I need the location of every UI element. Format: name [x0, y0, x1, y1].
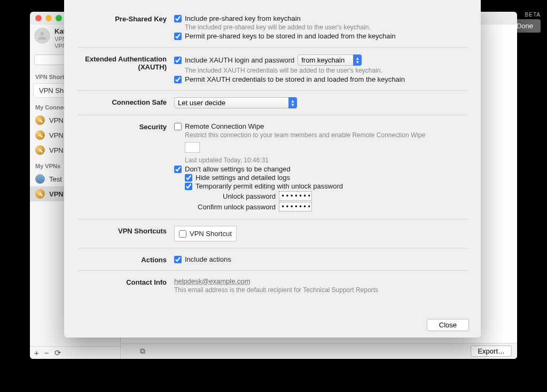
- settings-sheet: Pre-Shared Key Include pre-shared key fr…: [64, 0, 481, 338]
- xauth-include-checkbox[interactable]: [174, 57, 182, 64]
- psk-permit-label: Permit pre-shared keys to be stored in a…: [185, 32, 396, 40]
- psk-include-label: Include pre-shared key from keychain: [185, 14, 301, 22]
- divider: [78, 47, 467, 48]
- contact-email[interactable]: helpdesk@example.com: [174, 277, 251, 285]
- security-wipe-note: Restrict this connection to your team me…: [185, 131, 467, 139]
- shortcuts-title: VPN Shortcuts: [78, 226, 174, 235]
- photo-icon: [35, 174, 45, 184]
- divider: [78, 248, 467, 248]
- window-close-icon[interactable]: [35, 15, 42, 21]
- unlock-pw-field[interactable]: [279, 191, 312, 201]
- security-hide-checkbox[interactable]: [185, 174, 192, 182]
- window-zoom-icon[interactable]: [56, 15, 62, 21]
- xauth-include-note: The included XAUTH credentials will be a…: [185, 67, 467, 74]
- bottom-toolbar: ⧉ Export…: [121, 343, 517, 359]
- psk-title: Pre-Shared Key: [78, 14, 174, 23]
- remove-icon[interactable]: −: [44, 349, 49, 357]
- sheet-icon[interactable]: ⧉: [140, 347, 145, 356]
- connsafe-title: Connection Safe: [78, 97, 174, 106]
- shortcut-list[interactable]: VPN Shortcut: [174, 226, 237, 241]
- sidebar-footer: + − ⟳: [30, 346, 120, 359]
- divider: [78, 90, 467, 91]
- psk-include-checkbox[interactable]: [174, 15, 182, 22]
- window-minimize-icon[interactable]: [45, 15, 52, 21]
- chevron-updown-icon: ▲▼: [353, 54, 362, 66]
- actions-include-label: Include actions: [185, 255, 231, 263]
- confirm-pw-label: Confirm unlock password: [196, 203, 276, 211]
- confirm-pw-field[interactable]: [279, 202, 312, 211]
- xauth-source-select[interactable]: from keychain ▲▼: [298, 54, 362, 66]
- wrench-icon: [35, 145, 45, 155]
- psk-include-note: The included pre-shared key will be adde…: [185, 23, 467, 31]
- security-title: Security: [78, 122, 174, 131]
- xauth-include-label: Include XAUTH login and password: [185, 56, 294, 64]
- connsafe-select[interactable]: Let user decide ▲▼: [174, 97, 297, 108]
- security-team-box[interactable]: [185, 142, 200, 153]
- divider: [78, 115, 467, 115]
- wrench-icon: [35, 130, 45, 140]
- add-icon[interactable]: +: [34, 349, 39, 357]
- actions-title: Actions: [78, 255, 174, 264]
- close-button[interactable]: Close: [427, 319, 469, 331]
- psk-permit-checkbox[interactable]: [174, 33, 182, 40]
- unlock-pw-label: Unlock password: [196, 192, 276, 200]
- avatar-icon: [34, 28, 50, 44]
- divider: [78, 270, 467, 271]
- actions-include-checkbox[interactable]: [174, 256, 182, 263]
- security-lock-checkbox[interactable]: [174, 166, 182, 173]
- shortcut-item-label: VPN Shortcut: [190, 230, 232, 238]
- security-tempedit-label: Temporarily permit editing with unlock p…: [196, 182, 343, 190]
- security-lock-label: Don't allow settings to be changed: [185, 165, 291, 173]
- beta-badge: BETA: [525, 12, 541, 18]
- security-updated: Last updated Today, 10:46:31: [185, 156, 467, 164]
- contact-note: This email address is the default recipi…: [174, 286, 467, 294]
- security-wipe-label: Remote Connection Wipe: [185, 122, 264, 130]
- security-tempedit-checkbox[interactable]: [185, 183, 192, 190]
- shortcut-item-checkbox[interactable]: [179, 230, 186, 238]
- contact-title: Contact Info: [78, 277, 174, 286]
- chevron-updown-icon: ▲▼: [288, 97, 297, 108]
- divider: [78, 219, 467, 219]
- wrench-icon: [35, 189, 45, 199]
- xauth-permit-checkbox[interactable]: [174, 76, 182, 83]
- security-hide-label: Hide settings and detailed logs: [196, 174, 290, 182]
- wrench-icon: [35, 115, 45, 125]
- refresh-icon[interactable]: ⟳: [54, 349, 61, 357]
- xauth-title: Extended Authentication (XAUTH): [78, 54, 174, 71]
- security-wipe-checkbox[interactable]: [174, 123, 182, 130]
- export-button[interactable]: Export…: [471, 346, 512, 357]
- xauth-permit-label: Permit XAUTH credentials to be stored in…: [185, 75, 405, 83]
